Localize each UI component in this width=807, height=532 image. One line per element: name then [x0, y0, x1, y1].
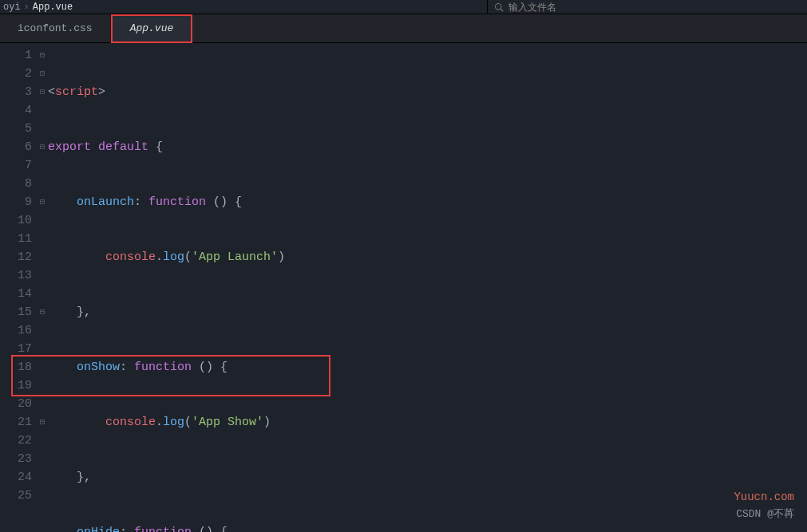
editor[interactable]: 1234567891011121314151617181920212223242… — [0, 43, 807, 532]
tab-label: App.vue — [130, 22, 174, 34]
svg-line-1 — [500, 9, 503, 11]
tab-bar: iconfont.css App.vue — [0, 14, 807, 43]
crumb-2[interactable]: App.vue — [33, 2, 73, 13]
watermark-yuucn: Yuucn.com — [734, 491, 794, 503]
line-gutter: 1234567891011121314151617181920212223242… — [0, 43, 37, 532]
tab-label: iconfont.css — [18, 22, 93, 34]
breadcrumb: oyi › App.vue — [0, 0, 807, 14]
crumb-1[interactable]: oyi — [3, 2, 21, 13]
watermark-csdn: CSDN @不苒 — [736, 506, 794, 521]
svg-point-0 — [496, 4, 502, 10]
search-placeholder: 输入文件名 — [508, 1, 556, 14]
filename-search[interactable]: 输入文件名 — [487, 0, 556, 14]
fold-gutter: ⊟⊟⊟⊟⊟⊟⊟ — [37, 43, 48, 532]
crumb-sep: › — [24, 2, 30, 13]
search-icon — [494, 2, 504, 12]
tab-app-vue[interactable]: App.vue — [111, 14, 193, 43]
code-area[interactable]: <script> export default { onLaunch: func… — [48, 43, 807, 532]
tab-iconfont-css[interactable]: iconfont.css — [0, 14, 111, 43]
